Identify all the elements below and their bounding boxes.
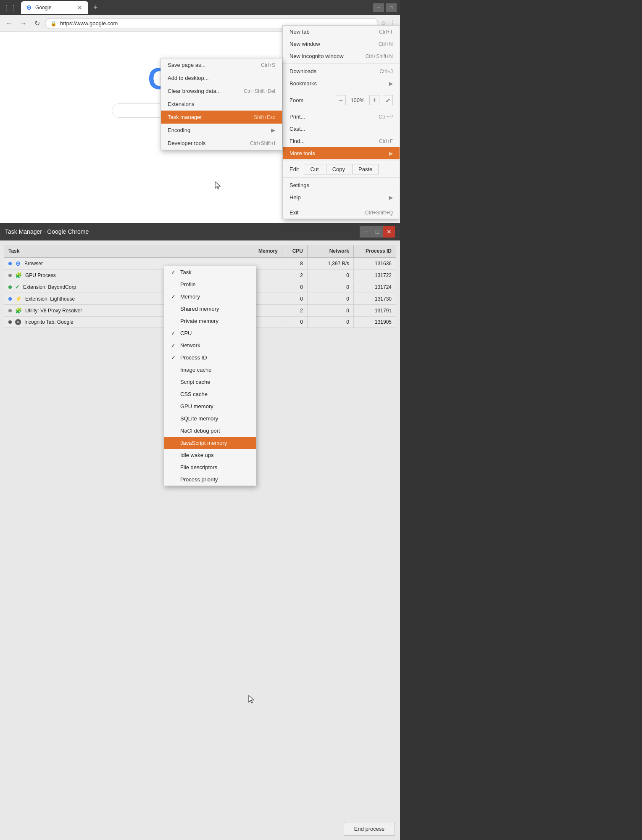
browser-favicon: G (15, 261, 21, 267)
submenu-clear-browsing[interactable]: Clear browsing data... Ctrl+Shift+Del (161, 85, 282, 98)
menu-separator-1 (283, 63, 400, 64)
col-header-task[interactable]: Task (4, 245, 236, 257)
ext-icon: ✔ (15, 284, 20, 290)
menu-help[interactable]: Help ▶ (283, 191, 400, 203)
menu-exit[interactable]: Exit Ctrl+Shift+Q (283, 206, 400, 219)
col-menu-idle-wakeups[interactable]: Idle wake ups (164, 449, 256, 461)
task-name: GPU Process (25, 272, 56, 278)
submenu-developer-tools[interactable]: Developer tools Ctrl+Shift+I (161, 137, 282, 150)
col-menu-task[interactable]: ✓ Task (164, 266, 256, 278)
task-name: Browser (24, 261, 43, 267)
new-tab-button[interactable]: + (90, 2, 101, 14)
menu-find[interactable]: Find... Ctrl+F (283, 135, 400, 147)
browser-window: ⋮⋮ G Google ✕ + ─ □ ← → ↻ 🔒 https://www.… (0, 0, 400, 223)
menu-settings[interactable]: Settings (283, 179, 400, 191)
pid-cell: 131905 (354, 317, 396, 328)
zoom-fullscreen-button[interactable]: ⤢ (383, 95, 393, 105)
lock-icon: 🔒 (50, 21, 57, 26)
menu-new-tab[interactable]: New tab Ctrl+T (283, 26, 400, 38)
menu-more-tools[interactable]: More tools ▶ (283, 147, 400, 159)
submenu-task-manager[interactable]: Task manager Shift+Esc (161, 111, 282, 124)
tm-maximize-button[interactable]: □ (371, 226, 383, 238)
network-cell: 0 (308, 293, 354, 304)
task-name: Extension: BeyondCorp (23, 284, 76, 290)
col-menu-shared-memory[interactable]: Shared memory (164, 303, 256, 315)
browser-tab[interactable]: G Google ✕ (21, 1, 88, 14)
col-menu-javascript-memory[interactable]: JavaScript memory (164, 437, 256, 449)
minimize-button[interactable]: ─ (373, 3, 384, 12)
apps-icon[interactable]: ⋮⋮ (3, 4, 17, 12)
utility-icon: 🧩 (15, 307, 22, 314)
cpu-cell: 2 (282, 305, 308, 316)
col-header-cpu[interactable]: CPU (282, 245, 308, 257)
pid-cell: 131791 (354, 305, 396, 316)
row-icon (8, 309, 12, 312)
col-header-process-id[interactable]: Process ID (354, 245, 396, 257)
menu-bookmarks[interactable]: Bookmarks ▶ (283, 77, 400, 90)
network-cell: 0 (308, 317, 354, 328)
col-menu-private-memory[interactable]: Private memory (164, 315, 256, 327)
tm-minimize-button[interactable]: ─ (360, 226, 371, 238)
col-menu-css-cache[interactable]: CSS cache (164, 388, 256, 400)
menu-separator-5 (283, 177, 400, 178)
col-menu-script-cache[interactable]: Script cache (164, 376, 256, 388)
menu-new-incognito[interactable]: New incognito window Ctrl+Shift+N (283, 50, 400, 62)
titlebar-controls: ─ □ (373, 3, 397, 12)
menu-downloads[interactable]: Downloads Ctrl+J (283, 65, 400, 77)
browser-titlebar: ⋮⋮ G Google ✕ + ─ □ (0, 0, 400, 15)
network-cell: 0 (308, 270, 354, 281)
zoom-in-button[interactable]: + (369, 95, 379, 105)
column-context-menu: ✓ Task Profile ✓ Memory Shared memory Pr… (164, 266, 256, 486)
row-icon (8, 320, 12, 324)
menu-separator-3 (283, 109, 400, 109)
menu-separator-2 (283, 91, 400, 91)
tm-table-header: Task Memory CPU Network Process ID (4, 245, 396, 258)
col-menu-nacl-debug[interactable]: NaCl debug port (164, 425, 256, 437)
maximize-button[interactable]: □ (386, 3, 397, 12)
col-menu-image-cache[interactable]: Image cache (164, 364, 256, 376)
task-name: Incognito Tab: Google (24, 319, 74, 325)
col-menu-process-id[interactable]: ✓ Process ID (164, 351, 256, 364)
back-button[interactable]: ← (3, 18, 15, 29)
col-menu-network[interactable]: ✓ Network (164, 339, 256, 351)
pid-cell: 131722 (354, 270, 396, 281)
edit-cut-button[interactable]: Cut (304, 164, 325, 174)
col-menu-gpu-memory[interactable]: GPU memory (164, 400, 256, 412)
network-cell: 1,397 B/s (308, 258, 354, 269)
task-manager-window: Task Manager - Google Chrome ─ □ ✕ Task … (0, 223, 400, 840)
col-menu-sqlite-memory[interactable]: SQLite memory (164, 412, 256, 425)
col-menu-cpu[interactable]: ✓ CPU (164, 327, 256, 339)
task-name: Utility: V8 Proxy Resolver (25, 308, 82, 314)
incognito-favicon: G (15, 319, 21, 325)
row-icon (8, 262, 12, 265)
cpu-cell: 0 (282, 282, 308, 293)
submenu-save-page[interactable]: Save page as... Ctrl+S (161, 58, 282, 71)
col-menu-memory[interactable]: ✓ Memory (164, 291, 256, 303)
col-menu-file-descriptors[interactable]: File descriptors (164, 461, 256, 473)
forward-button[interactable]: → (18, 18, 29, 29)
edit-copy-button[interactable]: Copy (326, 164, 351, 174)
col-header-memory[interactable]: Memory (236, 245, 282, 257)
col-header-network[interactable]: Network (308, 245, 354, 257)
cursor-tm (248, 695, 255, 705)
edit-paste-button[interactable]: Paste (352, 164, 379, 174)
cpu-cell: 8 (282, 258, 308, 269)
col-menu-profile[interactable]: Profile (164, 278, 256, 291)
zoom-out-button[interactable]: – (336, 95, 346, 105)
tm-close-button[interactable]: ✕ (383, 226, 395, 238)
lighthouse-icon: ⚡ (15, 296, 22, 302)
more-tools-submenu: Save page as... Ctrl+S Add to desktop...… (160, 58, 282, 150)
end-process-button[interactable]: End process (344, 822, 395, 836)
submenu-encoding[interactable]: Encoding ▶ (161, 124, 282, 137)
tab-close-button[interactable]: ✕ (76, 3, 83, 12)
col-menu-process-priority[interactable]: Process priority (164, 473, 256, 486)
cpu-cell: 0 (282, 317, 308, 328)
tm-titlebar: Task Manager - Google Chrome ─ □ ✕ (0, 223, 400, 240)
submenu-extensions[interactable]: Extensions (161, 98, 282, 111)
menu-print[interactable]: Print... Ctrl+P (283, 111, 400, 123)
menu-cast[interactable]: Cast... (283, 123, 400, 135)
submenu-add-to-desktop[interactable]: Add to desktop... (161, 71, 282, 85)
reload-button[interactable]: ↻ (32, 18, 42, 29)
tab-favicon: G (26, 5, 32, 11)
menu-new-window[interactable]: New window Ctrl+N (283, 38, 400, 50)
